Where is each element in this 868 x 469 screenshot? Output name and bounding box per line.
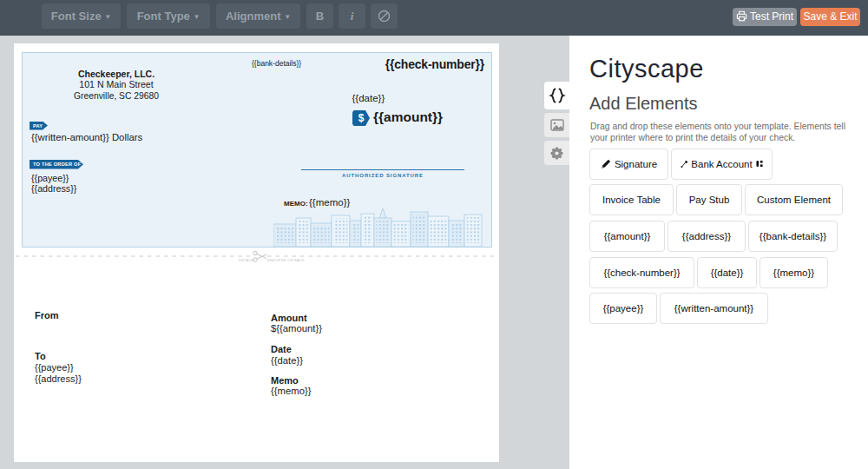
svg-text:ENDORSE ON BACK: ENDORSE ON BACK bbox=[267, 259, 305, 262]
svg-text:DETACH: DETACH bbox=[239, 259, 254, 262]
